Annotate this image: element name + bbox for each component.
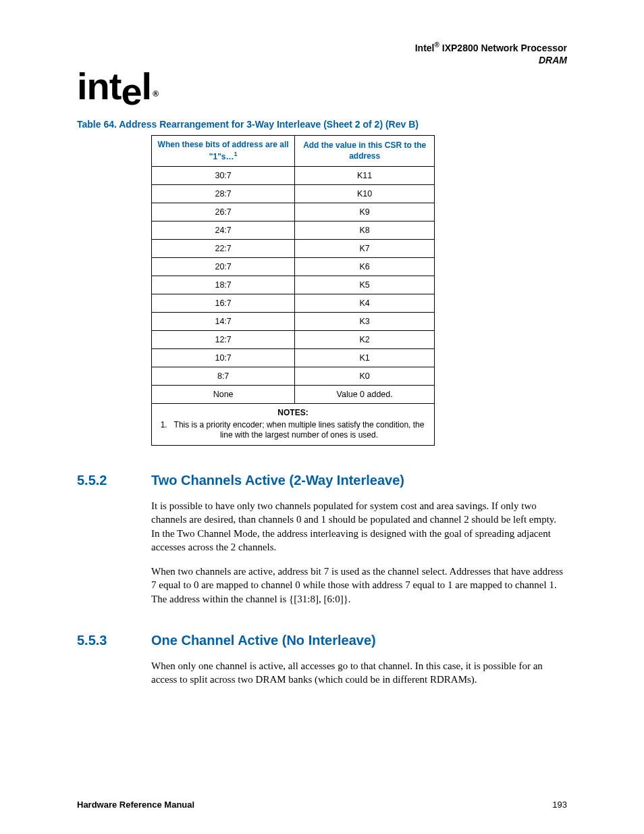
- section-heading: 5.5.3One Channel Active (No Interleave): [77, 633, 567, 648]
- logo-part-b: e: [121, 77, 141, 107]
- table-col1-header: When these bits of address are all "1"s……: [152, 136, 295, 167]
- table-row: 10:7K1: [152, 349, 435, 367]
- page-footer: Hardware Reference Manual 193: [77, 800, 567, 810]
- table-cell-csr: K6: [295, 258, 435, 276]
- section-heading: 5.5.2Two Channels Active (2-Way Interlea…: [77, 473, 567, 488]
- table-cell-bits: 12:7: [152, 331, 295, 349]
- paragraph: When two channels are active, address bi…: [151, 565, 567, 606]
- header-brand: Intel: [415, 43, 435, 53]
- section-number: 5.5.2: [77, 473, 151, 488]
- section-body: When only one channel is active, all acc…: [151, 659, 567, 687]
- table-cell-bits: 8:7: [152, 367, 295, 386]
- logo-row: intel®: [77, 72, 567, 112]
- table-row: 26:7K9: [152, 203, 435, 221]
- table-notes-row: NOTES: This is a priority encoder; when …: [152, 404, 435, 446]
- table-row: 14:7K3: [152, 313, 435, 331]
- table-cell-csr: K10: [295, 185, 435, 203]
- table-cell-csr: K11: [295, 167, 435, 185]
- table-cell-bits: 16:7: [152, 294, 295, 313]
- table-cell-csr: K8: [295, 221, 435, 240]
- table-row: 24:7K8: [152, 221, 435, 240]
- header-reg: ®: [435, 41, 439, 49]
- table-col2-header: Add the value in this CSR to the address: [295, 136, 435, 167]
- table-cell-bits: 20:7: [152, 258, 295, 276]
- footer-page-number: 193: [552, 800, 567, 810]
- footer-left: Hardware Reference Manual: [77, 800, 194, 810]
- section: 5.5.2Two Channels Active (2-Way Interlea…: [77, 473, 567, 606]
- table-cell-csr: K3: [295, 313, 435, 331]
- paragraph: It is possible to have only two channels…: [151, 499, 567, 554]
- logo-part-c: l: [142, 65, 152, 107]
- section-number: 5.5.3: [77, 633, 151, 648]
- section-body: It is possible to have only two channels…: [151, 499, 567, 606]
- table-caption: Table 64. Address Rearrangement for 3-Wa…: [77, 119, 567, 130]
- table-cell-bits: 24:7: [152, 221, 295, 240]
- paragraph: When only one channel is active, all acc…: [151, 659, 567, 687]
- notes-list: This is a priority encoder; when multipl…: [157, 420, 429, 441]
- header-product: IXP2800 Network Processor: [442, 43, 567, 53]
- table-cell-csr: K9: [295, 203, 435, 221]
- interleave-table: When these bits of address are all "1"s……: [151, 135, 435, 446]
- table-col1-text: When these bits of address are all "1"s…: [158, 140, 289, 161]
- table-cell-bits: 28:7: [152, 185, 295, 203]
- table-cell-bits: 10:7: [152, 349, 295, 367]
- table-cell-bits: 18:7: [152, 276, 295, 294]
- section: 5.5.3One Channel Active (No Interleave)W…: [77, 633, 567, 687]
- header-subtitle: DRAM: [539, 55, 567, 66]
- page-header: Intel® IXP2800 Network Processor DRAM: [77, 41, 567, 66]
- logo-reg: ®: [153, 89, 158, 99]
- logo-part-a: int: [77, 65, 121, 107]
- table-row: 18:7K5: [152, 276, 435, 294]
- table-cell-bits: 30:7: [152, 167, 295, 185]
- table-cell-csr: Value 0 added.: [295, 386, 435, 404]
- table-row: 30:7K11: [152, 167, 435, 185]
- table-cell-csr: K1: [295, 349, 435, 367]
- table-row: 22:7K7: [152, 240, 435, 258]
- table-row: 8:7K0: [152, 367, 435, 386]
- table-row: 20:7K6: [152, 258, 435, 276]
- table-cell-bits: 14:7: [152, 313, 295, 331]
- section-title: One Channel Active (No Interleave): [151, 633, 376, 648]
- notes-label: NOTES:: [277, 408, 308, 417]
- table-cell-csr: K5: [295, 276, 435, 294]
- note-item: This is a priority encoder; when multipl…: [169, 420, 429, 441]
- table-cell-csr: K0: [295, 367, 435, 386]
- table-cell-csr: K4: [295, 294, 435, 313]
- table-cell-bits: 26:7: [152, 203, 295, 221]
- section-title: Two Channels Active (2-Way Interleave): [151, 473, 404, 488]
- table-cell-bits: 22:7: [152, 240, 295, 258]
- table-cell-csr: K7: [295, 240, 435, 258]
- table-col1-sup: 1: [234, 151, 238, 157]
- table-row: NoneValue 0 added.: [152, 386, 435, 404]
- intel-logo: intel®: [77, 72, 157, 102]
- table-row: 28:7K10: [152, 185, 435, 203]
- table-cell-bits: None: [152, 386, 295, 404]
- table-cell-csr: K2: [295, 331, 435, 349]
- table-row: 16:7K4: [152, 294, 435, 313]
- table-row: 12:7K2: [152, 331, 435, 349]
